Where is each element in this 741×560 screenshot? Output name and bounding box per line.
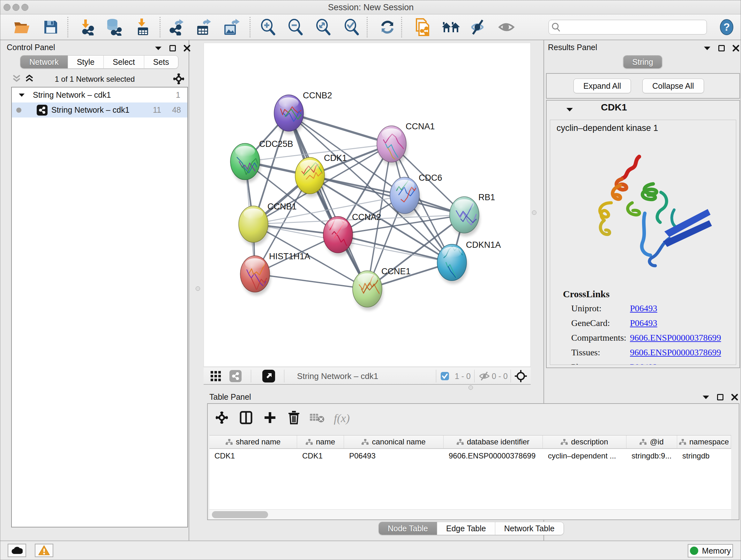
network-canvas[interactable]: CCNB2CCNA1CDC25BCDK1CDC6RB1CCNB1CCNA2CDK…: [204, 43, 531, 367]
table-panel-title: Table Panel: [209, 392, 251, 401]
column-header[interactable]: description: [543, 435, 626, 448]
network-node-ccne1[interactable]: CCNE1: [353, 266, 411, 307]
delete-column-icon[interactable]: [288, 411, 300, 426]
table-options-gear-icon[interactable]: [216, 412, 228, 425]
duplicate-network-icon[interactable]: [414, 18, 430, 36]
entry-expander-icon[interactable]: [566, 108, 573, 112]
expand-all-button[interactable]: Expand All: [574, 78, 631, 93]
tab-node-table[interactable]: Node Table: [379, 522, 437, 535]
tab-style[interactable]: Style: [68, 56, 104, 68]
detach-view-icon[interactable]: [262, 370, 275, 382]
warning-icon: [38, 545, 50, 556]
column-header[interactable]: name: [297, 435, 344, 448]
network-label: String Network – cdk1: [51, 105, 130, 115]
network-node-hist1h1a[interactable]: HIST1H1A: [240, 252, 310, 292]
refresh-network-icon[interactable]: [379, 19, 396, 36]
table-cell[interactable]: stringdb: [677, 449, 731, 463]
panel-float-icon[interactable]: [718, 45, 725, 51]
crosslink-link[interactable]: 9606.ENSP00000378699: [630, 348, 721, 357]
panel-float-icon[interactable]: [717, 394, 724, 400]
export-image-icon[interactable]: [223, 19, 240, 36]
tab-sets[interactable]: Sets: [144, 56, 178, 68]
network-collection-row[interactable]: String Network – cdk1 1: [12, 87, 187, 103]
import-table-icon[interactable]: [135, 18, 151, 36]
add-column-icon[interactable]: [264, 412, 276, 425]
tab-edge-table[interactable]: Edge Table: [437, 522, 495, 535]
fit-selected-crosshair-icon[interactable]: [515, 370, 527, 382]
warnings-button[interactable]: [35, 544, 53, 557]
show-columns-icon[interactable]: [240, 411, 253, 426]
table-cell[interactable]: stringdb:9...: [626, 449, 677, 463]
bottom-divider-handle[interactable]: [468, 385, 473, 390]
table-hscrollbar[interactable]: [209, 509, 731, 519]
string-network-graph[interactable]: CCNB2CCNA1CDC25BCDK1CDC6RB1CCNB1CCNA2CDK…: [204, 43, 530, 367]
right-divider-handle[interactable]: [532, 210, 536, 215]
tab-select[interactable]: Select: [104, 56, 144, 68]
tab-network-table[interactable]: Network Table: [495, 522, 563, 535]
import-network-file-icon[interactable]: [78, 19, 95, 36]
import-network-database-icon[interactable]: [105, 18, 123, 36]
column-header[interactable]: @id: [626, 435, 677, 448]
tree-expander-icon[interactable]: [19, 93, 24, 97]
network-node-rb1[interactable]: RB1: [450, 192, 495, 233]
first-neighbors-icon[interactable]: [441, 19, 461, 35]
left-divider-handle[interactable]: [196, 287, 200, 291]
network-node-ccna1[interactable]: CCNA1: [377, 122, 435, 171]
table-hscrollbar-thumb[interactable]: [212, 511, 268, 518]
column-header[interactable]: shared name: [209, 435, 297, 448]
crosslink-link[interactable]: P06493: [630, 303, 657, 313]
show-all-icon[interactable]: [497, 19, 515, 35]
toolbar-separator: [159, 17, 160, 37]
table-cell[interactable]: CDK1: [209, 449, 297, 463]
network-node-ccnb1[interactable]: CCNB1: [239, 202, 297, 242]
table-cell[interactable]: P06493: [344, 449, 444, 463]
network-options-gear-icon[interactable]: [173, 73, 184, 84]
table-cell[interactable]: cyclin–dependent ...: [543, 449, 626, 463]
table-row[interactable]: CDK1CDK1P064939606.ENSP00000378699cyclin…: [209, 449, 731, 463]
table-header-row: shared namenamecanonical namedatabase id…: [209, 435, 731, 449]
selected-checkbox-icon[interactable]: [441, 372, 449, 381]
column-header[interactable]: database identifier: [444, 435, 543, 448]
birds-eye-view-icon[interactable]: [210, 371, 221, 381]
tab-network[interactable]: Network: [20, 56, 68, 68]
tab-string[interactable]: String: [623, 56, 662, 68]
function-builder-icon[interactable]: f(x): [334, 412, 350, 425]
network-node-ccnb2[interactable]: CCNB2: [274, 91, 332, 131]
column-header[interactable]: canonical name: [344, 435, 444, 448]
network-node-cdk1[interactable]: CDK1: [295, 153, 347, 194]
zoom-out-icon[interactable]: [287, 18, 305, 36]
panel-close-icon[interactable]: [184, 45, 191, 52]
export-table-icon[interactable]: [195, 19, 212, 36]
panel-float-icon[interactable]: [170, 45, 176, 51]
node-label: CCNA2: [352, 212, 381, 222]
help-icon[interactable]: ?: [719, 19, 734, 36]
crosslink-link[interactable]: P06493: [630, 318, 657, 328]
panel-collapse-icon[interactable]: [155, 46, 162, 51]
panel-collapse-icon[interactable]: [704, 46, 711, 51]
network-row[interactable]: String Network – cdk1 11 48: [12, 103, 187, 118]
panel-collapse-icon[interactable]: [702, 395, 710, 399]
memory-button[interactable]: Memory: [688, 544, 733, 557]
panel-close-icon[interactable]: [731, 394, 738, 401]
hide-selected-icon[interactable]: [470, 19, 488, 35]
hidden-eye-icon[interactable]: [479, 371, 490, 381]
crosslink-link[interactable]: 9606.ENSP00000378699: [630, 333, 721, 343]
zoom-in-icon[interactable]: [260, 18, 277, 36]
search-input[interactable]: [563, 23, 700, 32]
zoom-selected-icon[interactable]: [343, 18, 360, 36]
cloud-button[interactable]: [8, 544, 26, 557]
export-network-icon[interactable]: [168, 19, 185, 36]
save-session-icon[interactable]: [43, 19, 58, 35]
zoom-fit-icon[interactable]: [315, 18, 332, 36]
collapse-all-button[interactable]: Collapse All: [643, 78, 704, 93]
network-overview-icon[interactable]: [229, 370, 242, 382]
table-cell[interactable]: 9606.ENSP00000378699: [444, 449, 543, 463]
column-header-label: canonical name: [372, 437, 425, 446]
panel-close-icon[interactable]: [732, 45, 739, 52]
table-cell[interactable]: CDK1: [297, 449, 344, 463]
crosslink-link[interactable]: P06493: [630, 362, 657, 365]
string-entry-box: CDK1 cyclin–dependent kinase 1: [546, 100, 740, 368]
column-header[interactable]: namespace: [677, 435, 731, 448]
delete-table-icon[interactable]: [310, 412, 324, 424]
open-session-icon[interactable]: [13, 20, 30, 35]
